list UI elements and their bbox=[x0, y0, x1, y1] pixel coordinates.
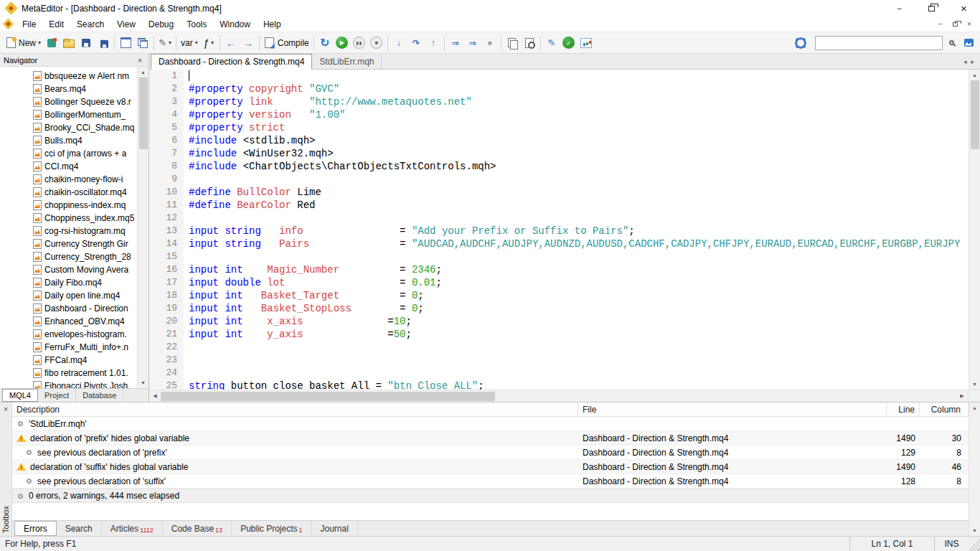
run-to-cursor-button[interactable]: ⇒ bbox=[447, 34, 464, 52]
profiler-report-button[interactable] bbox=[521, 34, 538, 52]
file-item[interactable]: cog-rsi-histogram.mq bbox=[0, 225, 137, 237]
variables-list-button[interactable]: var▾ bbox=[179, 34, 200, 52]
toolbox-tab-errors[interactable]: Errors bbox=[14, 521, 57, 536]
scroll-down-icon[interactable]: ▼ bbox=[138, 377, 149, 388]
menu-help[interactable]: Help bbox=[257, 17, 288, 32]
code-line[interactable]: 10#define BullColor Lime bbox=[149, 186, 969, 199]
settings-button[interactable] bbox=[792, 34, 809, 52]
file-item[interactable]: Enhanced_OBV.mq4 bbox=[0, 315, 137, 328]
editor-tab[interactable]: StdLibErr.mqh bbox=[312, 54, 382, 69]
code-line[interactable]: 11#define BearColor Red bbox=[149, 199, 969, 212]
start-debug-button[interactable]: ▶ bbox=[334, 34, 351, 52]
menu-tools[interactable]: Tools bbox=[180, 17, 213, 32]
file-item[interactable]: Custom Moving Avera bbox=[0, 263, 137, 276]
tab-scroll-left-icon[interactable]: ◂ bbox=[963, 58, 967, 65]
toggle-breakpoint-button[interactable]: ✎ bbox=[543, 34, 560, 52]
toolbox-tab-journal[interactable]: Journal bbox=[312, 521, 358, 536]
check-syntax-button[interactable]: ✓ bbox=[560, 34, 578, 52]
error-row[interactable]: !declaration of 'suffix' hides global va… bbox=[12, 460, 969, 474]
file-item[interactable]: envelopes-histogram. bbox=[0, 328, 137, 341]
step-out-button[interactable]: ↑ bbox=[425, 34, 442, 52]
next-breakpoint-button[interactable]: ⇒ bbox=[464, 34, 481, 52]
compile-button[interactable]: Compile bbox=[262, 34, 311, 52]
code-line[interactable]: 8#include <ChartObjects\ChartObjectsTxtC… bbox=[149, 160, 969, 173]
editor-tab[interactable]: Dashboard - Direction & Strength.mq4 bbox=[151, 54, 312, 70]
tile-windows-button[interactable] bbox=[117, 34, 134, 52]
code-line[interactable]: 7#include <WinUser32.mqh> bbox=[149, 147, 969, 160]
column-header-column[interactable]: Column bbox=[920, 402, 969, 416]
navigator-close-button[interactable]: × bbox=[135, 56, 145, 65]
code-line[interactable]: 14input string Pairs = "AUDCAD,AUDCHF,AU… bbox=[149, 237, 969, 250]
scrollbar-thumb[interactable] bbox=[139, 77, 148, 149]
menu-search[interactable]: Search bbox=[70, 17, 110, 32]
code-line[interactable]: 15 bbox=[149, 250, 969, 263]
editor-horizontal-scrollbar[interactable]: ◀ ▶ bbox=[149, 390, 980, 402]
mdi-restore-button[interactable] bbox=[948, 19, 961, 30]
scroll-up-icon[interactable]: ▲ bbox=[969, 402, 980, 413]
code-line[interactable]: 3#property link "http://www.metaquotes.n… bbox=[149, 95, 969, 108]
menu-view[interactable]: View bbox=[110, 17, 142, 32]
profiler-button[interactable] bbox=[504, 34, 521, 52]
scroll-down-icon[interactable]: ▼ bbox=[969, 525, 980, 536]
mdi-close-button[interactable]: × bbox=[963, 19, 976, 30]
cascade-windows-button[interactable] bbox=[134, 34, 151, 52]
breakpoints-button[interactable]: ■ bbox=[481, 34, 499, 52]
scroll-up-icon[interactable]: ▲ bbox=[138, 67, 149, 77]
scrollbar-thumb[interactable] bbox=[971, 80, 979, 149]
toolbox-scrollbar[interactable]: ▲ ▼ bbox=[969, 402, 980, 536]
scroll-left-icon[interactable]: ◀ bbox=[149, 390, 161, 402]
toolbox-tab-code-base[interactable]: Code Base13 bbox=[163, 521, 232, 536]
navigate-back-button[interactable]: ← bbox=[222, 34, 240, 52]
column-header-line[interactable]: Line bbox=[887, 402, 920, 416]
code-editor[interactable]: 12#property copyright "GVC"3#property li… bbox=[149, 70, 969, 390]
code-line[interactable]: 6#include <stdlib.mqh> bbox=[149, 134, 969, 147]
file-item[interactable]: bbsqueeze w Alert nm bbox=[0, 70, 137, 83]
mdi-minimize-button[interactable]: − bbox=[934, 19, 947, 30]
tab-scroll-right-icon[interactable]: ▸ bbox=[971, 58, 974, 65]
navigator-tab-project[interactable]: Project bbox=[38, 389, 76, 402]
file-item[interactable]: Fibonacci Pivots Josh. bbox=[0, 380, 137, 388]
functions-list-button[interactable]: ƒ▾ bbox=[200, 34, 217, 52]
styler-button[interactable]: ✎▾ bbox=[156, 34, 174, 52]
error-row[interactable]: see previous declaration of 'prefix'Dash… bbox=[12, 446, 969, 460]
code-line[interactable]: 19input int Basket_StopLoss = 0; bbox=[149, 302, 969, 315]
file-item[interactable]: Bollinger Squeeze v8.r bbox=[0, 95, 137, 108]
code-line[interactable]: 21input int y_axis =50; bbox=[149, 328, 969, 341]
save-button[interactable] bbox=[77, 34, 95, 52]
file-item[interactable]: cci of jma (arrows + a bbox=[0, 147, 137, 160]
code-line[interactable]: 2#property copyright "GVC" bbox=[149, 83, 969, 95]
code-line[interactable]: 16input int Magic_Number = 2346; bbox=[149, 263, 969, 276]
scrollbar-thumb[interactable] bbox=[161, 392, 495, 401]
code-line[interactable]: 9 bbox=[149, 173, 969, 186]
save-all-button[interactable] bbox=[95, 34, 112, 52]
file-item[interactable]: FerruFx_Multi_info+.n bbox=[0, 341, 137, 354]
file-item[interactable]: Bulls.mq4 bbox=[0, 134, 137, 147]
menu-window[interactable]: Window bbox=[213, 17, 257, 32]
file-item[interactable]: Daily Fibo.mq4 bbox=[0, 276, 137, 289]
file-item[interactable]: FFCal.mq4 bbox=[0, 354, 137, 367]
search-input[interactable] bbox=[816, 37, 942, 50]
restore-button[interactable] bbox=[915, 0, 948, 17]
code-line[interactable]: 24 bbox=[149, 367, 969, 380]
code-line[interactable]: 5#property strict bbox=[149, 121, 969, 134]
navigate-forward-button[interactable]: → bbox=[240, 34, 257, 52]
file-item[interactable]: fibo retracement 1.01. bbox=[0, 367, 137, 380]
navigator-tab-database[interactable]: Database bbox=[76, 389, 123, 402]
file-item[interactable]: Bears.mq4 bbox=[0, 83, 137, 95]
toolbox-tab-public-projects[interactable]: Public Projects1 bbox=[232, 521, 311, 536]
menu-debug[interactable]: Debug bbox=[142, 17, 180, 32]
scroll-right-icon[interactable]: ▶ bbox=[956, 390, 968, 402]
code-line[interactable]: 13input string info = "Add your Prefix o… bbox=[149, 225, 969, 237]
step-into-button[interactable]: ↓ bbox=[390, 34, 407, 52]
code-line[interactable]: 1 bbox=[149, 70, 969, 83]
search-button[interactable] bbox=[943, 34, 960, 52]
attach-to-chart-button[interactable] bbox=[578, 34, 595, 52]
menu-edit[interactable]: Edit bbox=[42, 17, 70, 32]
error-row[interactable]: !declaration of 'prefix' hides global va… bbox=[12, 431, 969, 446]
toolbox-close-button[interactable]: × bbox=[1, 405, 11, 413]
menu-file[interactable]: File bbox=[16, 17, 42, 32]
community-button[interactable] bbox=[960, 34, 977, 52]
toolbox-tab-search[interactable]: Search bbox=[57, 521, 102, 536]
restart-debug-button[interactable]: ↻ bbox=[316, 34, 334, 52]
file-item[interactable]: Daily open line.mq4 bbox=[0, 289, 137, 302]
